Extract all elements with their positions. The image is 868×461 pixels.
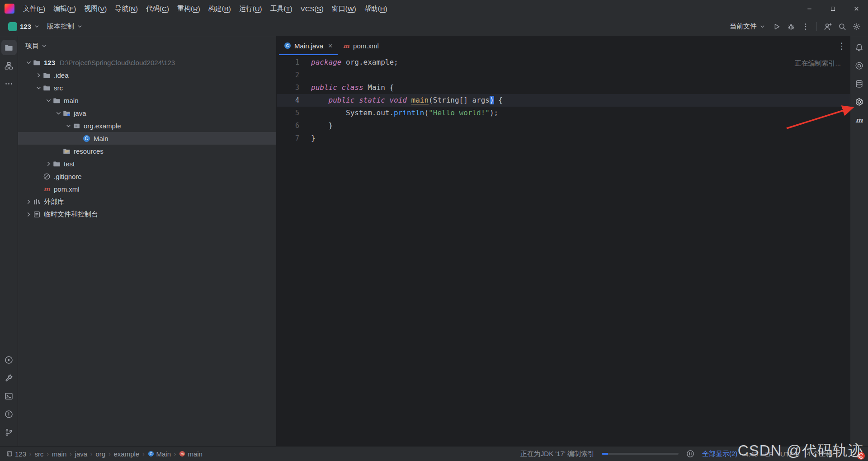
- code-line-4[interactable]: 4 public static void main(String[] args)…: [277, 94, 850, 107]
- breadcrumb-item-Main[interactable]: CMain: [148, 450, 171, 458]
- code-line-1[interactable]: 1package org.example;: [277, 56, 850, 69]
- main-toolbar: 123 版本控制 当前文件: [0, 17, 868, 36]
- more-actions-button[interactable]: [799, 20, 812, 33]
- chevron-down-icon[interactable]: [64, 122, 73, 130]
- menu-window[interactable]: 窗口(W): [328, 0, 360, 17]
- code-line-3[interactable]: 3public class Main {: [277, 81, 850, 94]
- right-tool-strip: m: [850, 36, 868, 446]
- tree-item-src[interactable]: src: [18, 81, 276, 94]
- terminal-icon: [5, 392, 13, 400]
- close-button[interactable]: [844, 0, 868, 17]
- debug-button[interactable]: [784, 20, 798, 33]
- folder-icon: [5, 43, 13, 52]
- chevron-down-icon: [41, 43, 47, 49]
- tree-item-resources[interactable]: resources: [18, 145, 276, 157]
- chevron-down-icon: [760, 24, 765, 29]
- menu-help[interactable]: 帮助(H): [360, 0, 392, 17]
- chevron-down-icon[interactable]: [44, 96, 53, 105]
- vcs-widget[interactable]: 版本控制: [43, 20, 86, 33]
- show-all-link[interactable]: 全部显示(2): [702, 450, 737, 458]
- svg-text:C: C: [286, 43, 289, 48]
- code-editor[interactable]: 正在编制索引... 1package org.example;23public …: [277, 55, 850, 446]
- pause-icon: [686, 450, 694, 458]
- close-tab-icon[interactable]: ✕: [328, 42, 333, 49]
- project-tool-button[interactable]: [1, 40, 17, 55]
- pause-indexing-button[interactable]: [686, 449, 695, 458]
- settings-button[interactable]: [850, 20, 863, 33]
- tree-item-gitignore[interactable]: .gitignore: [18, 170, 276, 183]
- folderSrc-icon: [63, 109, 71, 117]
- menu-tools[interactable]: 工具(T): [266, 0, 297, 17]
- tree-item-idea-folder[interactable]: .idea: [18, 69, 276, 81]
- version-control-tool-button[interactable]: [1, 424, 17, 440]
- database-tool-button[interactable]: [852, 76, 867, 91]
- menu-edit[interactable]: 编辑(E): [49, 0, 80, 17]
- maximize-button[interactable]: [821, 0, 844, 17]
- tree-item-java[interactable]: java: [18, 107, 276, 119]
- chevron-down-icon[interactable]: [54, 109, 63, 118]
- breadcrumb-item-src[interactable]: src: [34, 450, 43, 458]
- run-config-selector[interactable]: 当前文件: [726, 20, 769, 33]
- chevron-right-icon[interactable]: [34, 71, 43, 80]
- structure-tool-button[interactable]: [1, 58, 17, 73]
- tree-item-external-libraries[interactable]: 外部库: [18, 195, 276, 208]
- code-line-5[interactable]: 5 System.out.println("Hello world!");: [277, 107, 850, 119]
- code-line-2[interactable]: 2: [277, 69, 850, 81]
- menu-vcs[interactable]: VCS(S): [297, 0, 328, 17]
- breadcrumb-item-main[interactable]: main: [52, 450, 67, 458]
- breadcrumb-item-123[interactable]: 123: [6, 450, 26, 458]
- problems-icon: [5, 410, 13, 419]
- chevron-right-icon[interactable]: [24, 198, 33, 206]
- tree-item-org-example[interactable]: org.example: [18, 119, 276, 132]
- breadcrumb-item-example[interactable]: example: [113, 450, 139, 458]
- tab-main-java[interactable]: CMain.java✕: [279, 36, 338, 55]
- chevron-down-icon[interactable]: [24, 58, 33, 67]
- at-icon: [855, 61, 863, 70]
- menu-build[interactable]: 构建(B): [204, 0, 235, 17]
- tab-pom-xml[interactable]: mpom.xml: [338, 36, 384, 55]
- run-tool-button[interactable]: [1, 352, 17, 367]
- chevron-down-icon[interactable]: [34, 84, 43, 92]
- maven-tool-button[interactable]: m: [852, 112, 867, 127]
- menu-file[interactable]: 文件(F): [19, 0, 49, 17]
- menu-navigate[interactable]: 导航(N): [111, 0, 142, 17]
- code-line-7[interactable]: 7}: [277, 132, 850, 145]
- tree-item-scratches-consoles[interactable]: 临时文件和控制台: [18, 208, 276, 221]
- problems-tool-button[interactable]: [1, 406, 17, 422]
- chevron-right-icon[interactable]: [44, 160, 53, 168]
- folderRes-icon: [63, 147, 71, 155]
- breadcrumb-item-org[interactable]: org: [95, 450, 105, 458]
- menu-view[interactable]: 视图(V): [80, 0, 111, 17]
- menu-refactor[interactable]: 重构(R): [173, 0, 204, 17]
- toolbar-right-actions: [770, 20, 863, 33]
- breadcrumb-item-main[interactable]: mmain: [179, 450, 203, 458]
- indexing-progress-fill: [602, 453, 608, 455]
- project-panel-header[interactable]: 项目: [18, 36, 276, 55]
- services-tool-button[interactable]: [1, 370, 17, 386]
- code-line-6[interactable]: 6 }: [277, 119, 850, 132]
- tree-item-pom-xml[interactable]: mpom.xml: [18, 183, 276, 195]
- watermark: CSDN @代码轨迹: [738, 441, 863, 461]
- more-tool-windows-button[interactable]: [1, 76, 17, 91]
- tab-options-icon[interactable]: ⋮: [834, 36, 850, 55]
- tree-item-main-class[interactable]: CMain: [18, 132, 276, 145]
- tree-item-root-123[interactable]: 123D:\Project\SpringCloud\cloud2024\123: [18, 56, 276, 69]
- ai-mentions-button[interactable]: [852, 58, 867, 73]
- menu-code[interactable]: 代码(C): [142, 0, 173, 17]
- run-button[interactable]: [770, 20, 783, 33]
- intellij-logo-icon: [5, 4, 14, 14]
- menu-run[interactable]: 运行(U): [235, 0, 266, 17]
- chatgpt-plugin-button[interactable]: [852, 94, 867, 109]
- project-widget[interactable]: 123: [5, 20, 43, 33]
- terminal-tool-button[interactable]: [1, 388, 17, 404]
- chevron-right-icon[interactable]: [24, 210, 33, 219]
- breadcrumb-item-java[interactable]: java: [75, 450, 88, 458]
- minimize-button[interactable]: [797, 0, 821, 17]
- code-with-me-button[interactable]: [821, 20, 835, 33]
- tree-item-main-dir[interactable]: main: [18, 94, 276, 107]
- breadcrumb-separator: ›: [29, 451, 31, 457]
- notifications-button[interactable]: [852, 40, 867, 55]
- project-tree: 123D:\Project\SpringCloud\cloud2024\123.…: [18, 55, 276, 446]
- search-everywhere-button[interactable]: [835, 20, 849, 33]
- tree-item-test[interactable]: test: [18, 157, 276, 170]
